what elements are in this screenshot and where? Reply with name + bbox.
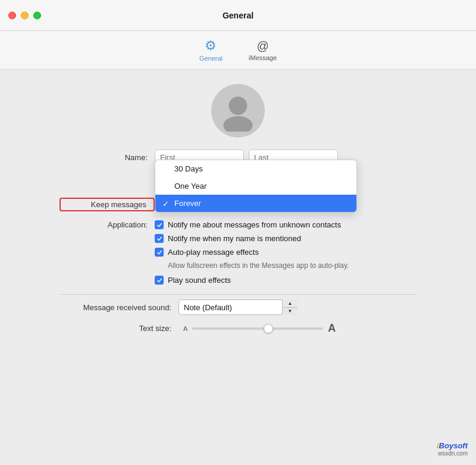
checkbox-row-sound: Play sound effects	[155, 276, 416, 285]
close-button[interactable]	[8, 11, 16, 19]
avatar-icon	[217, 90, 259, 132]
toolbar: ⚙ General @ iMessage	[0, 31, 476, 70]
keep-messages-popup: 30 Days One Year ✓ Forever	[155, 160, 357, 213]
tab-imessage[interactable]: @ iMessage	[243, 37, 283, 64]
avatar	[211, 84, 265, 138]
keep-messages-dropdown-wrapper: Forever ▼ 30 Days One Year ✓ Forever	[155, 196, 256, 212]
keep-messages-row: Keep messages Forever ▼ 30 Days One Year	[60, 196, 416, 212]
main-content: Name: Set up Name and Photo Sharing... K…	[0, 70, 476, 335]
checkbox-row-mentioned: Notify me when my name is mentioned	[155, 234, 416, 243]
option-30days-label: 30 Days	[174, 164, 203, 173]
minimize-button[interactable]	[21, 11, 29, 19]
watermark-brand-blue: Boysoft	[439, 441, 468, 450]
sound-label: Message received sound:	[60, 303, 178, 312]
maximize-button[interactable]	[33, 11, 41, 19]
sound-row: Message received sound: Note (Default) ▲…	[60, 299, 416, 315]
text-size-row: Text size: A A	[60, 322, 416, 335]
sound-select-wrapper: Note (Default) ▲ ▼	[178, 299, 298, 315]
titlebar: General	[0, 0, 476, 31]
option-forever[interactable]: ✓ Forever	[155, 195, 356, 212]
checkbox-mentioned-label: Notify me when my name is mentioned	[168, 234, 301, 243]
form-area: Name: Set up Name and Photo Sharing... K…	[60, 149, 416, 335]
checkbox-autoplay-label: Auto-play message effects	[168, 248, 259, 257]
sound-select[interactable]: Note (Default)	[178, 299, 298, 315]
at-icon: @	[256, 39, 268, 53]
checkbox-autoplay[interactable]	[155, 248, 164, 257]
option-30days[interactable]: 30 Days	[155, 160, 356, 177]
text-size-slider-fill	[192, 327, 271, 330]
tab-general-label: General	[199, 55, 223, 62]
window-controls	[8, 11, 41, 19]
avatar-container	[211, 84, 265, 138]
option-oneyear[interactable]: One Year	[155, 177, 356, 195]
watermark-sub: wsxdn.com	[437, 450, 468, 457]
stepper-down-button[interactable]: ▼	[283, 308, 298, 316]
checkbox-mentioned[interactable]	[155, 234, 164, 243]
sound-stepper: ▲ ▼	[282, 299, 298, 315]
text-size-slider-track	[192, 327, 323, 330]
gear-icon: ⚙	[205, 38, 217, 54]
text-size-small-a: A	[183, 325, 187, 332]
text-size-large-a: A	[328, 322, 336, 335]
option-oneyear-label: One Year	[174, 182, 206, 191]
checkbox-row-autoplay: Auto-play message effects	[155, 248, 416, 257]
option-forever-label: Forever	[174, 199, 201, 208]
svg-point-1	[224, 116, 253, 132]
checkbox-sound[interactable]	[155, 276, 164, 285]
autoplay-note: Allow fullscreen effects in the Messages…	[155, 261, 416, 270]
check-icon: ✓	[162, 199, 169, 208]
watermark: iBoysoft wsxdn.com	[437, 441, 468, 457]
tab-imessage-label: iMessage	[249, 54, 277, 61]
checkbox-sound-label: Play sound effects	[168, 276, 231, 285]
stepper-up-button[interactable]: ▲	[283, 299, 298, 308]
text-size-slider-thumb[interactable]	[264, 324, 273, 333]
checkbox-unknown-label: Notify me about messages from unknown co…	[168, 220, 341, 229]
svg-point-0	[229, 96, 248, 115]
keep-messages-label: Keep messages	[60, 198, 155, 211]
checkbox-unknown[interactable]	[155, 220, 164, 229]
watermark-brand: iBoysoft	[437, 441, 468, 450]
window-title: General	[223, 11, 253, 20]
tab-general[interactable]: ⚙ General	[193, 36, 228, 64]
divider	[60, 294, 416, 295]
application-row: Application: Notify me about messages fr…	[60, 220, 416, 229]
application-label: Application:	[60, 220, 155, 229]
name-label: Name:	[60, 153, 155, 162]
text-size-label: Text size:	[60, 324, 178, 333]
